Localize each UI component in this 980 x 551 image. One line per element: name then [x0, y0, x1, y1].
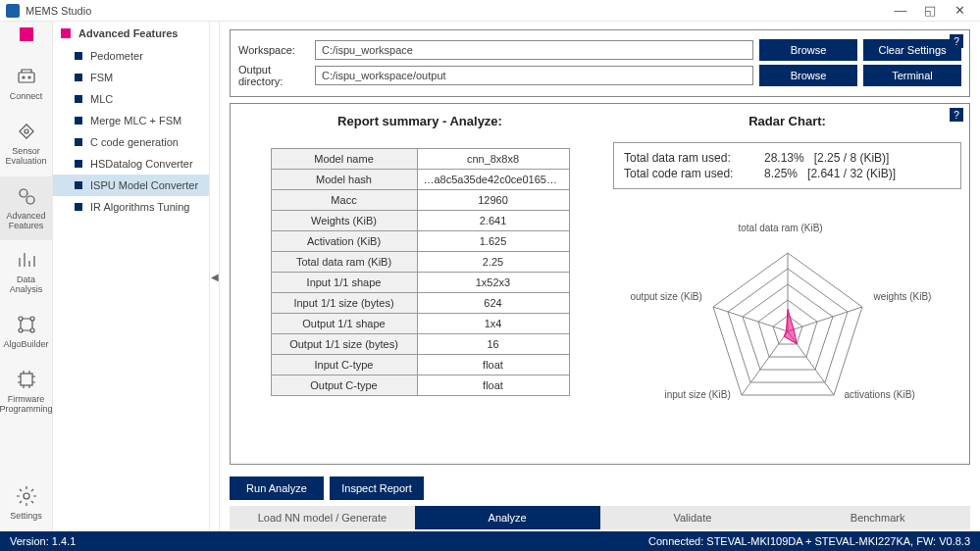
svg-point-5 [20, 189, 27, 197]
side-item-ccodegen[interactable]: C code generation [53, 131, 209, 153]
report-value: 12960 [417, 190, 569, 211]
table-row: Total data ram (KiB)2.25 [271, 252, 569, 273]
table-row: Input 1/1 size (bytes)624 [271, 293, 569, 314]
svg-rect-0 [19, 73, 34, 82]
table-row: Activation (KiB)1.625 [271, 231, 569, 252]
workspace-label: Workspace: [238, 44, 315, 56]
report-key: Total data ram (KiB) [271, 252, 417, 273]
svg-point-9 [19, 328, 23, 332]
action-row: Run Analyze Inspect Report [230, 476, 970, 500]
usage-value: 28.13% [2.25 / 8 (KiB)] [764, 151, 951, 165]
paths-panel: ? Workspace: Browse Clear Settings Outpu… [230, 29, 970, 97]
clear-settings-button[interactable]: Clear Settings [863, 39, 961, 61]
minimize-button[interactable]: — [886, 3, 915, 18]
inspect-report-button[interactable]: Inspect Report [330, 476, 424, 500]
table-row: Output C-typefloat [271, 376, 569, 396]
table-row: Output 1/1 shape1x4 [271, 314, 569, 334]
side-group-title: Advanced Features [53, 22, 209, 45]
collapse-handle[interactable]: ◀ [210, 22, 220, 531]
report-value: 16 [417, 334, 569, 355]
report-key: Output 1/1 size (bytes) [271, 334, 417, 355]
svg-marker-23 [784, 310, 797, 344]
side-item-mlc[interactable]: MLC [53, 88, 209, 110]
report-key: Activation (KiB) [271, 231, 417, 252]
browse-workspace-button[interactable]: Browse [759, 39, 857, 61]
report-title: Report summary - Analyze: [238, 114, 601, 128]
report-key: Weights (KiB) [271, 211, 417, 231]
report-value: …a8c5a35de42c0ce016549bd648a454 [417, 170, 569, 190]
usage-value: 8.25% [2.641 / 32 (KiB)] [764, 167, 951, 180]
rail-connect[interactable]: Connect [0, 57, 53, 112]
side-item-hsdatalog[interactable]: HSDatalog Converter [53, 153, 209, 175]
side-item-pedometer[interactable]: Pedometer [53, 45, 209, 67]
table-row: Model hash…a8c5a35de42c0ce016549bd648a45… [271, 170, 569, 190]
report-value: 2.25 [417, 252, 569, 273]
side-item-merge[interactable]: Merge MLC + FSM [53, 110, 209, 131]
rail-data-analysis[interactable]: Data Analysis [0, 240, 53, 305]
app-icon [6, 4, 20, 18]
tab-load-model[interactable]: Load NN model / Generate [230, 506, 415, 529]
maximize-button[interactable]: ◱ [915, 3, 945, 18]
report-key: Input 1/1 shape [271, 273, 417, 293]
report-value: 1x52x3 [417, 273, 569, 293]
help-icon[interactable]: ? [950, 34, 963, 48]
report-table: Model namecnn_8x8x8Model hash…a8c5a35de4… [271, 148, 570, 396]
rail-label: Data Analysis [0, 276, 53, 295]
app-title: MEMS Studio [26, 5, 91, 17]
rail-firmware-programming[interactable]: Firmware Programming [0, 360, 53, 425]
report-key: Input C-type [271, 355, 417, 376]
usage-box: Total data ram used: 28.13% [2.25 / 8 (K… [613, 142, 961, 189]
rail-label: Settings [10, 512, 42, 522]
svg-point-6 [26, 196, 34, 204]
table-row: Weights (KiB)2.641 [271, 211, 569, 231]
side-item-fsm[interactable]: FSM [53, 67, 209, 88]
tab-validate[interactable]: Validate [600, 506, 786, 529]
report-value: 624 [417, 293, 569, 314]
rail-label: Advanced Features [0, 212, 53, 231]
close-button[interactable]: ✕ [945, 3, 974, 18]
radar-axis-label: activations (KiB) [845, 389, 915, 400]
rail-algobuilder[interactable]: AlgoBuilder [0, 305, 53, 360]
report-value: cnn_8x8x8 [417, 149, 569, 170]
terminal-button[interactable]: Terminal [863, 65, 961, 86]
radar-chart: total data ram (KiB) weights (KiB) activ… [631, 228, 945, 425]
run-analyze-button[interactable]: Run Analyze [230, 476, 324, 500]
workspace-input[interactable] [315, 40, 753, 60]
version-label: Version: 1.4.1 [10, 535, 76, 547]
tab-benchmark[interactable]: Benchmark [785, 506, 970, 529]
radar-axis-label: total data ram (KiB) [739, 223, 823, 233]
rail-label: Connect [10, 92, 43, 102]
report-key: Model hash [271, 170, 417, 190]
report-value: float [417, 355, 569, 376]
radar-axis-label: input size (KiB) [665, 389, 731, 400]
side-list: Advanced Features Pedometer FSM MLC Merg… [53, 22, 210, 531]
output-label: Output directory: [238, 64, 315, 87]
tab-analyze[interactable]: Analyze [415, 506, 600, 529]
output-input[interactable] [315, 66, 753, 85]
side-item-ir-tuning[interactable]: IR Algorithms Tuning [53, 196, 209, 218]
report-value: float [417, 376, 569, 396]
report-key: Input 1/1 size (bytes) [271, 293, 417, 314]
titlebar: MEMS Studio — ◱ ✕ [0, 0, 980, 22]
connection-status: Connected: STEVAL-MKI109DA + STEVAL-MKI2… [648, 535, 970, 547]
report-key: Model name [271, 149, 417, 170]
content-panel: ? Report summary - Analyze: Model namecn… [230, 103, 970, 465]
rail-label: AlgoBuilder [3, 340, 48, 350]
radar-axis-label: weights (KiB) [874, 291, 932, 302]
bottom-tabs: Load NN model / Generate Analyze Validat… [230, 506, 970, 529]
rail-sensor-evaluation[interactable]: Sensor Evaluation [0, 112, 53, 176]
svg-rect-3 [19, 125, 32, 138]
rail-label: Firmware Programming [0, 395, 53, 415]
report-value: 1x4 [417, 314, 569, 334]
svg-point-4 [25, 129, 28, 133]
side-item-ispu-converter[interactable]: ISPU Model Converter [53, 175, 209, 196]
help-icon[interactable]: ? [950, 108, 963, 122]
svg-point-1 [23, 76, 25, 78]
usage-label: Total data ram used: [624, 151, 764, 165]
rail-settings[interactable]: Settings [0, 476, 53, 531]
browse-output-button[interactable]: Browse [759, 65, 857, 86]
rail-advanced-features[interactable]: Advanced Features [0, 176, 53, 241]
report-key: Output 1/1 shape [271, 314, 417, 334]
rail-label: Sensor Evaluation [0, 147, 53, 167]
svg-rect-11 [21, 374, 32, 385]
